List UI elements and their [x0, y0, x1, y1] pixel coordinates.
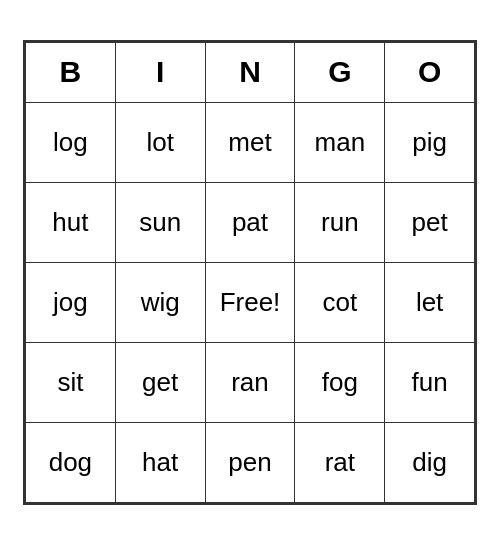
header-row: B I N G O: [26, 42, 475, 102]
cell-r3c4: cot: [295, 262, 385, 342]
cell-r1c1: log: [26, 102, 116, 182]
cell-r4c4: fog: [295, 342, 385, 422]
header-N: N: [205, 42, 295, 102]
header-B: B: [26, 42, 116, 102]
cell-r1c2: lot: [115, 102, 205, 182]
cell-r5c1: dog: [26, 422, 116, 502]
cell-r1c3: met: [205, 102, 295, 182]
header-O: O: [385, 42, 475, 102]
header-I: I: [115, 42, 205, 102]
cell-r5c4: rat: [295, 422, 385, 502]
table-row: hut sun pat run pet: [26, 182, 475, 262]
cell-r5c5: dig: [385, 422, 475, 502]
cell-r1c4: man: [295, 102, 385, 182]
cell-r5c2: hat: [115, 422, 205, 502]
cell-r3c3-free: Free!: [205, 262, 295, 342]
cell-r2c3: pat: [205, 182, 295, 262]
cell-r3c5: let: [385, 262, 475, 342]
bingo-table: B I N G O log lot met man pig hut sun pa…: [25, 42, 475, 503]
cell-r2c2: sun: [115, 182, 205, 262]
table-row: dog hat pen rat dig: [26, 422, 475, 502]
cell-r5c3: pen: [205, 422, 295, 502]
cell-r2c4: run: [295, 182, 385, 262]
cell-r4c3: ran: [205, 342, 295, 422]
cell-r4c5: fun: [385, 342, 475, 422]
cell-r3c2: wig: [115, 262, 205, 342]
table-row: sit get ran fog fun: [26, 342, 475, 422]
cell-r1c5: pig: [385, 102, 475, 182]
cell-r2c1: hut: [26, 182, 116, 262]
header-G: G: [295, 42, 385, 102]
cell-r3c1: jog: [26, 262, 116, 342]
bingo-card: B I N G O log lot met man pig hut sun pa…: [23, 40, 477, 505]
table-row: jog wig Free! cot let: [26, 262, 475, 342]
cell-r4c1: sit: [26, 342, 116, 422]
cell-r2c5: pet: [385, 182, 475, 262]
cell-r4c2: get: [115, 342, 205, 422]
table-row: log lot met man pig: [26, 102, 475, 182]
